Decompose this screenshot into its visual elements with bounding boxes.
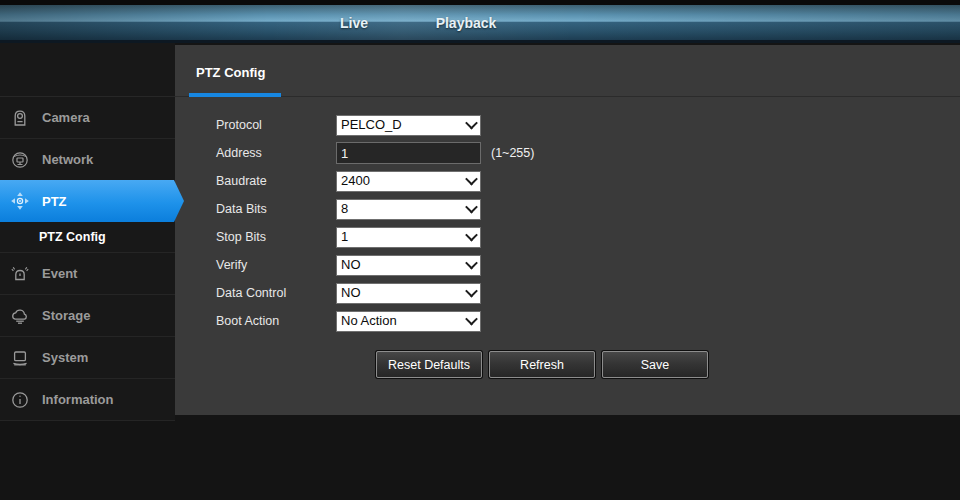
tab-live[interactable]: Live: [307, 5, 401, 40]
camera-web-ui: Live Playback Camera: [0, 0, 960, 500]
stop-bits-select[interactable]: 1: [336, 227, 481, 248]
sidebar-subitem-ptz-config[interactable]: PTZ Config: [0, 222, 175, 252]
form-row-stop-bits: Stop Bits 1: [216, 223, 960, 251]
data-control-label: Data Control: [216, 286, 336, 300]
tab-ptz-config[interactable]: PTZ Config: [189, 45, 281, 97]
information-icon: [10, 390, 30, 410]
refresh-button[interactable]: Refresh: [489, 351, 595, 378]
sidebar-item-storage[interactable]: Storage: [0, 294, 175, 336]
boot-action-label: Boot Action: [216, 314, 336, 328]
sidebar-item-information[interactable]: Information: [0, 378, 175, 420]
system-icon: [10, 348, 30, 368]
verify-select[interactable]: NO: [336, 255, 481, 276]
sidebar-item-camera[interactable]: Camera: [0, 96, 175, 138]
reset-defaults-button[interactable]: Reset Defaults: [376, 351, 482, 378]
ptz-icon: [10, 191, 30, 211]
sidebar-subitem-label: PTZ Config: [39, 230, 106, 244]
boot-action-select[interactable]: No Action: [336, 311, 481, 332]
form-row-verify: Verify NO: [216, 251, 960, 279]
main-panel: PTZ Config Protocol PELCO_D Address (1~2…: [175, 45, 960, 415]
baudrate-label: Baudrate: [216, 174, 336, 188]
form-row-data-control: Data Control NO: [216, 279, 960, 307]
verify-label: Verify: [216, 258, 336, 272]
sidebar-item-label: Storage: [42, 308, 90, 323]
sidebar: Camera Network: [0, 43, 175, 420]
address-range-hint: (1~255): [491, 146, 534, 160]
sidebar-item-label: Information: [42, 392, 114, 407]
sidebar-item-label: Event: [42, 266, 77, 281]
form-row-baudrate: Baudrate 2400: [216, 167, 960, 195]
sidebar-menu-divider: [0, 420, 175, 421]
form-row-boot-action: Boot Action No Action: [216, 307, 960, 335]
sidebar-item-label: System: [42, 350, 88, 365]
sidebar-item-event[interactable]: Event: [0, 252, 175, 294]
baudrate-select[interactable]: 2400: [336, 171, 481, 192]
sidebar-item-network[interactable]: Network: [0, 138, 175, 180]
camera-icon: [10, 108, 30, 128]
sidebar-item-ptz[interactable]: PTZ: [0, 180, 184, 222]
protocol-label: Protocol: [216, 118, 336, 132]
protocol-select[interactable]: PELCO_D: [336, 115, 481, 136]
form-row-data-bits: Data Bits 8: [216, 195, 960, 223]
form-button-row: Reset Defaults Refresh Save: [376, 351, 960, 378]
network-icon: [10, 150, 30, 170]
content-tabbar: PTZ Config: [175, 45, 960, 97]
sidebar-menu: Camera Network: [0, 96, 175, 421]
sidebar-item-system[interactable]: System: [0, 336, 175, 378]
data-bits-select[interactable]: 8: [336, 199, 481, 220]
address-label: Address: [216, 146, 336, 160]
sidebar-item-label: Camera: [42, 110, 90, 125]
stop-bits-label: Stop Bits: [216, 230, 336, 244]
storage-icon: [10, 306, 30, 326]
ptz-config-form: Protocol PELCO_D Address (1~255) Baudrat…: [175, 97, 960, 378]
data-bits-label: Data Bits: [216, 202, 336, 216]
form-row-address: Address (1~255): [216, 139, 960, 167]
save-button[interactable]: Save: [602, 351, 708, 378]
tab-playback[interactable]: Playback: [402, 5, 530, 40]
form-row-protocol: Protocol PELCO_D: [216, 111, 960, 139]
data-control-select[interactable]: NO: [336, 283, 481, 304]
sidebar-item-label: PTZ: [42, 194, 67, 209]
event-icon: [10, 264, 30, 284]
sidebar-item-label: Network: [42, 152, 93, 167]
top-navbar: Live Playback: [0, 5, 960, 40]
address-input[interactable]: [336, 142, 481, 164]
